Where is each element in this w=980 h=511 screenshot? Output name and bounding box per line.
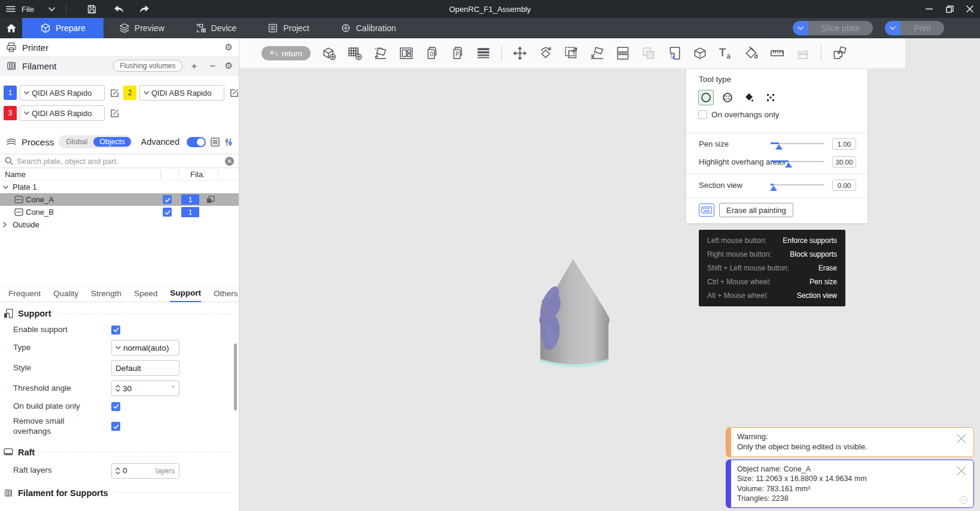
redo-icon[interactable] [139, 5, 150, 13]
close-button[interactable] [960, 0, 980, 18]
scale-tool-icon[interactable] [561, 43, 582, 63]
edit-filament-1-icon[interactable] [110, 89, 119, 98]
fill-tool[interactable] [741, 90, 757, 105]
spinner-arrows[interactable] [115, 467, 120, 474]
support-painting-icon[interactable] [664, 43, 684, 63]
enable-support-checkbox[interactable] [111, 326, 120, 334]
filament-2-dropdown[interactable]: QIDI ABS Rapido [139, 85, 224, 101]
filament-1-color-badge[interactable]: 1 [4, 86, 17, 100]
parameter-list-icon[interactable] [211, 138, 220, 147]
tab-others[interactable]: Others [214, 289, 238, 302]
close-object-info-icon[interactable] [955, 465, 967, 477]
tab-device[interactable]: Device [180, 18, 252, 38]
tab-quality[interactable]: Quality [53, 289, 78, 302]
tab-calibration[interactable]: Calibration [325, 18, 412, 38]
add-filament-button[interactable]: + [188, 61, 201, 71]
close-warning-icon[interactable] [955, 433, 967, 445]
return-button[interactable]: return [261, 46, 311, 60]
tree-row-outside[interactable]: Outside [0, 218, 239, 231]
cut-tool-icon[interactable] [613, 43, 633, 63]
move-tool-icon[interactable] [510, 43, 530, 63]
variable-layer-height-icon[interactable] [473, 43, 494, 63]
filament-2-color-badge[interactable]: 2 [123, 86, 136, 100]
tree-row-cone-a[interactable]: Cone_A 1 [0, 193, 239, 206]
printer-section-header[interactable]: Printer ⚙ [0, 38, 239, 57]
remove-filament-button[interactable]: − [206, 61, 220, 71]
tab-preview[interactable]: Preview [104, 18, 180, 38]
clear-search-icon[interactable]: ✕ [225, 157, 234, 166]
plugin-icon[interactable] [829, 43, 850, 63]
slice-options-chevron[interactable] [793, 21, 808, 35]
highlight-overhang-slider[interactable] [771, 159, 824, 167]
advanced-toggle[interactable] [187, 137, 206, 147]
settings-scrollbar[interactable] [234, 343, 237, 410]
rotate-tool-icon[interactable] [535, 43, 556, 63]
keyboard-shortcuts-icon[interactable] [699, 203, 714, 217]
scope-objects[interactable]: Objects [93, 137, 130, 147]
section-view-slider[interactable] [771, 182, 824, 190]
erase-all-painting-button[interactable]: Erase all painting [719, 203, 793, 217]
slice-plate-button[interactable]: Slice plate [793, 21, 874, 35]
edit-filament-3-icon[interactable] [110, 109, 119, 118]
chevron-down-icon[interactable] [48, 7, 55, 11]
filament-1-dropdown[interactable]: QIDI ABS Rapido [20, 85, 105, 101]
file-menu[interactable]: File [22, 5, 34, 14]
flushing-volumes-button[interactable]: Flushing volumes [113, 60, 182, 72]
gap-fill-tool[interactable] [763, 90, 778, 105]
home-button[interactable] [0, 18, 22, 38]
support-type-dropdown[interactable]: normal(auto) [111, 340, 179, 355]
minimize-object-info-icon[interactable]: − [960, 496, 967, 504]
filament-settings-gear-icon[interactable]: ⚙ [225, 60, 233, 71]
pen-size-slider[interactable] [771, 141, 824, 149]
cone-b-filament-badge[interactable]: 1 [181, 207, 199, 217]
tab-prepare[interactable]: Prepare [22, 18, 104, 38]
print-button[interactable]: Print [885, 21, 944, 35]
arrange-icon[interactable] [396, 43, 416, 63]
split-to-parts-icon[interactable]: P [448, 43, 468, 63]
cone-b-visible-checkbox[interactable] [163, 208, 172, 217]
edit-filament-2-icon[interactable] [230, 89, 239, 98]
printer-settings-gear-icon[interactable]: ⚙ [225, 42, 233, 53]
pen-size-value[interactable]: 1.00 [832, 138, 856, 150]
on-overhangs-only-checkbox[interactable] [698, 110, 707, 119]
cone-a-visible-checkbox[interactable] [163, 195, 172, 204]
search-input[interactable] [17, 157, 221, 166]
measure-tool-icon[interactable] [767, 43, 787, 63]
text-tool-icon[interactable]: Ta [716, 43, 736, 63]
maximize-button[interactable] [939, 0, 960, 18]
auto-orient-icon[interactable]: AUTO [370, 43, 391, 63]
remove-small-overhangs-checkbox[interactable] [111, 422, 120, 431]
minimize-button[interactable] [919, 0, 939, 18]
filament-3-dropdown[interactable]: QIDI ABS Rapido [20, 105, 105, 121]
filament-3-color-badge[interactable]: 3 [4, 106, 17, 120]
tab-strength[interactable]: Strength [91, 289, 121, 302]
hamburger-menu-icon[interactable] [6, 5, 16, 13]
add-plate-icon[interactable] [345, 43, 365, 63]
compare-settings-icon[interactable] [224, 138, 233, 147]
objects-copy-icon[interactable] [206, 196, 215, 203]
tree-row-plate-1[interactable]: Plate 1 [0, 181, 239, 193]
spinner-arrows[interactable] [115, 385, 120, 392]
on-build-plate-checkbox[interactable] [111, 402, 120, 411]
lay-on-face-icon[interactable] [587, 43, 607, 63]
save-icon[interactable] [87, 4, 97, 14]
highlight-overhang-value[interactable]: 30.00 [832, 156, 856, 168]
tab-support[interactable]: Support [170, 288, 201, 302]
scope-global[interactable]: Global [60, 137, 93, 147]
support-style-dropdown[interactable]: Default [111, 360, 179, 376]
circle-brush-tool[interactable] [698, 90, 714, 105]
section-view-value[interactable]: 0.00 [832, 180, 856, 191]
color-painting-icon[interactable] [741, 43, 762, 63]
sphere-brush-tool[interactable] [720, 90, 735, 105]
tab-frequent[interactable]: Frequent [8, 289, 41, 302]
add-object-icon[interactable] [319, 43, 339, 63]
tab-speed[interactable]: Speed [134, 289, 157, 302]
mesh-boolean-icon[interactable] [638, 43, 659, 63]
raft-layers-spinner[interactable]: 0 layers [111, 463, 179, 479]
undo-icon[interactable] [114, 5, 124, 13]
tree-row-cone-b[interactable]: Cone_B 1 [0, 206, 239, 218]
seam-painting-icon[interactable] [690, 43, 710, 63]
cone-a-filament-badge[interactable]: 1 [181, 194, 199, 205]
assembly-view-icon[interactable] [793, 43, 813, 63]
split-to-objects-icon[interactable]: 0 [422, 43, 442, 63]
